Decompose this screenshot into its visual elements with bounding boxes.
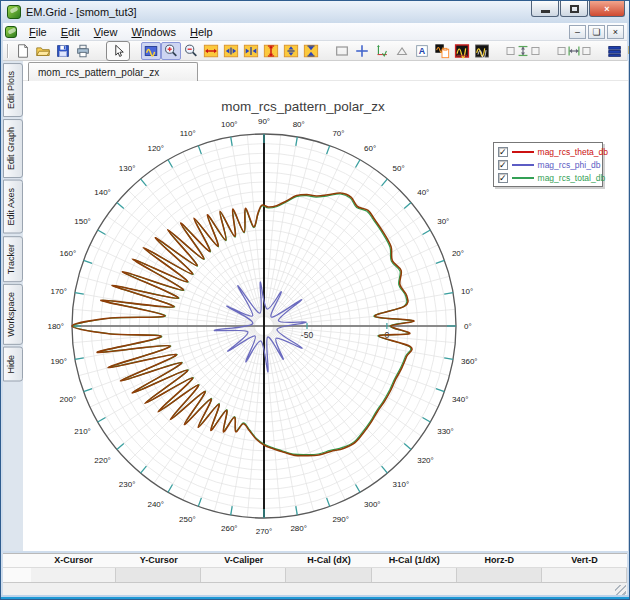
window-frame-edge [1, 597, 629, 599]
legend-checkbox-2[interactable]: ✓ [498, 173, 508, 183]
document-tab-label: mom_rcs_pattern_polar_zx [38, 67, 159, 78]
svg-text:210°: 210° [74, 427, 91, 436]
v-range-toggle-button[interactable] [503, 42, 543, 60]
menu-file[interactable]: File [22, 25, 54, 39]
cursor-readout-bar: X-CursorY-CursorV-CaliperH-Cal (dX)H-Cal… [3, 553, 627, 582]
svg-text:300°: 300° [364, 500, 381, 509]
legend-label: mag_rcs_phi_db [538, 160, 601, 170]
svg-text:-50: -50 [301, 330, 314, 340]
svg-text:240°: 240° [147, 500, 164, 509]
sidebar-tab-tracker[interactable]: Tracker [3, 236, 23, 282]
svg-text:200°: 200° [60, 395, 77, 404]
axes-marker-button[interactable] [372, 42, 392, 60]
readout-header-0: X-Cursor [31, 554, 116, 567]
crosshair-marker-button[interactable] [352, 42, 372, 60]
sidebar-tab-edit-plots[interactable]: Edit Plots [3, 63, 23, 117]
svg-text:180°: 180° [47, 322, 64, 331]
zoom-out-button[interactable] [181, 42, 201, 60]
plot-title: mom_rcs_pattern_polar_zx [23, 99, 583, 114]
menu-edit[interactable]: Edit [54, 25, 87, 39]
plot-style-dark-button[interactable] [452, 42, 472, 60]
print-button[interactable] [73, 42, 93, 60]
maximize-button[interactable] [560, 1, 588, 17]
legend-checkbox-1[interactable]: ✓ [498, 160, 508, 170]
fit-y-button[interactable] [301, 42, 321, 60]
close-button[interactable]: × [589, 1, 625, 17]
zoom-in-button[interactable] [161, 42, 181, 60]
legend-line-swatch [512, 151, 534, 153]
menu-bar: FileEditViewWindowsHelp –❏× [3, 23, 627, 41]
svg-text:80°: 80° [293, 120, 305, 129]
pan-view-button[interactable] [141, 42, 161, 60]
legend-item: ✓mag_rcs_total_db [498, 172, 598, 183]
svg-text:30°: 30° [437, 217, 449, 226]
slope-triangle-button[interactable] [392, 42, 412, 60]
minimize-button[interactable] [531, 1, 559, 17]
svg-text:70°: 70° [332, 129, 344, 138]
expand-x-button[interactable] [201, 42, 221, 60]
svg-text:230°: 230° [119, 480, 136, 489]
layout-menu-button[interactable]: Layout [605, 42, 630, 60]
app-window: EM.Grid - [smom_tut3] × FileEditViewWind… [0, 0, 630, 600]
svg-text:340°: 340° [452, 395, 469, 404]
fit-x-button[interactable] [241, 42, 261, 60]
legend-checkbox-0[interactable]: ✓ [498, 147, 508, 157]
svg-text:360°: 360° [461, 357, 478, 366]
svg-text:270°: 270° [256, 527, 273, 536]
readout-value-6 [542, 568, 627, 582]
expand-y-button[interactable] [261, 42, 281, 60]
close-icon: × [604, 4, 609, 14]
new-document-button[interactable] [13, 42, 33, 60]
plot-style-multi-button[interactable] [472, 42, 492, 60]
readout-header-5: Horz-D [457, 554, 542, 567]
mdi-close-button[interactable]: × [607, 25, 624, 39]
shrink-y-button[interactable] [281, 42, 301, 60]
legend-item: ✓mag_rcs_theta_db [498, 146, 598, 157]
readout-value-3 [286, 568, 371, 582]
svg-text:280°: 280° [290, 524, 307, 533]
toolbar: ALayout [3, 41, 627, 61]
svg-text:100°: 100° [221, 120, 238, 129]
save-file-button[interactable] [53, 42, 73, 60]
menu-windows[interactable]: Windows [124, 25, 183, 39]
text-annotation-button[interactable]: A [412, 42, 432, 60]
title-bar: EM.Grid - [smom_tut3] × [1, 1, 629, 23]
svg-text:90°: 90° [258, 117, 270, 126]
menu-help[interactable]: Help [183, 25, 220, 39]
readout-header-3: H-Cal (dX) [286, 554, 371, 567]
svg-text:110°: 110° [180, 129, 196, 138]
mdi-restore-button[interactable]: ❏ [588, 25, 605, 39]
svg-text:A: A [419, 46, 426, 56]
svg-text:310°: 310° [393, 480, 410, 489]
svg-text:250°: 250° [179, 515, 196, 524]
svg-text:150°: 150° [74, 217, 91, 226]
plot-workspace: mom_rcs_pattern_polar_zx mom_rcs_pattern… [23, 61, 629, 551]
mdi-minimize-button[interactable]: – [569, 25, 586, 39]
sidebar-tab-workspace[interactable]: Workspace [3, 284, 23, 345]
sidebar-tab-edit-axes[interactable]: Edit Axes [3, 180, 23, 234]
document-tab[interactable]: mom_rcs_pattern_polar_zx [28, 62, 198, 81]
svg-text:330°: 330° [437, 427, 454, 436]
legend-label: mag_rcs_theta_db [538, 147, 608, 157]
pointer-tool-button[interactable] [106, 41, 130, 61]
svg-text:140°: 140° [94, 188, 111, 197]
legend-label: mag_rcs_total_db [538, 173, 606, 183]
selection-box-button[interactable] [332, 42, 352, 60]
polar-plot-canvas[interactable]: 0°10°20°30°40°50°60°70°80°90°100°110°120… [23, 61, 629, 553]
svg-text:260°: 260° [221, 524, 238, 533]
readout-header-6: Vert-D [542, 554, 627, 567]
readout-value-0 [31, 568, 116, 582]
h-range-toggle-button[interactable] [554, 42, 594, 60]
open-file-button[interactable] [33, 42, 53, 60]
legend-line-swatch [512, 164, 534, 166]
shrink-x-button[interactable] [221, 42, 241, 60]
copy-plot-button[interactable] [432, 42, 452, 60]
readout-value-2 [201, 568, 286, 582]
sidebar-tab-edit-graph[interactable]: Edit Graph [3, 119, 23, 178]
legend-line-swatch [512, 177, 534, 179]
menu-view[interactable]: View [87, 25, 125, 39]
svg-text:60°: 60° [364, 144, 376, 153]
sidebar-tab-hide[interactable]: Hide [3, 347, 23, 382]
toolbar-grip[interactable] [7, 44, 9, 58]
readout-value-5 [457, 568, 542, 582]
